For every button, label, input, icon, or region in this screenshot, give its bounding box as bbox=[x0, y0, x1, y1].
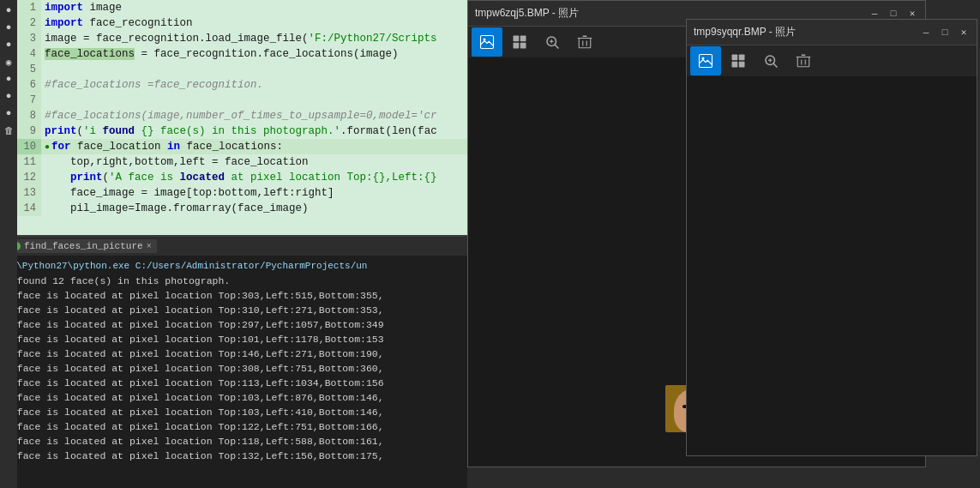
left-sidebar: ● ● ● ◉ ● ● ● 🗑 bbox=[0, 0, 17, 488]
code-line-3: 3 image = face_recognition.load_image_fi… bbox=[17, 31, 467, 46]
sidebar-icon-4[interactable]: ◉ bbox=[2, 55, 15, 69]
console-line-8: A face is located at pixel location Top:… bbox=[17, 390, 462, 405]
window-2-controls: — □ ✕ bbox=[920, 27, 970, 39]
tab-label: find_faces_in_picture bbox=[24, 241, 143, 251]
sidebar-icon-2[interactable]: ● bbox=[2, 21, 15, 34]
console-line-11: A face is located at pixel location Top:… bbox=[17, 434, 462, 449]
svg-rect-2 bbox=[514, 36, 520, 42]
code-line-14: 14 pil_image=Image.fromarray(face_image) bbox=[17, 201, 467, 216]
svg-rect-25 bbox=[797, 57, 809, 67]
svg-rect-18 bbox=[739, 55, 745, 61]
console-line-6: A face is located at pixel location Top:… bbox=[17, 361, 462, 376]
svg-line-7 bbox=[555, 45, 559, 49]
svg-rect-20 bbox=[739, 62, 745, 68]
toolbar-zoom-btn-2[interactable] bbox=[755, 46, 786, 75]
window-1-title: tmpw6zqj5.BMP - 照片 bbox=[475, 6, 579, 21]
window-2-minimize[interactable]: — bbox=[920, 27, 932, 39]
code-line-7: 7 bbox=[17, 93, 467, 108]
console-line-10: A face is located at pixel location Top:… bbox=[17, 419, 462, 434]
sidebar-icon-8[interactable]: 🗑 bbox=[2, 124, 15, 137]
svg-rect-19 bbox=[732, 62, 738, 68]
svg-rect-5 bbox=[520, 43, 526, 49]
image-window-2: tmp9syqqr.BMP - 照片 — □ ✕ bbox=[686, 19, 977, 456]
window-2-title: tmp9syqqr.BMP - 照片 bbox=[694, 25, 796, 39]
code-line-4: 4 face_locations = face_recognition.face… bbox=[17, 46, 467, 62]
toolbar-delete-btn-2[interactable] bbox=[788, 46, 819, 75]
console-path: F:\Python27\python.exe C:/Users/Administ… bbox=[17, 259, 462, 274]
svg-line-22 bbox=[773, 63, 778, 68]
console-line-3: A face is located at pixel location Top:… bbox=[17, 317, 462, 332]
window-2-toolbar bbox=[687, 45, 977, 76]
window-2-titlebar: tmp9syqqr.BMP - 照片 — □ ✕ bbox=[687, 20, 977, 45]
console-line-9: A face is located at pixel location Top:… bbox=[17, 405, 462, 419]
code-panel: 1 import image 2 import face_recognition… bbox=[0, 0, 467, 488]
window-1-minimize[interactable]: — bbox=[869, 8, 881, 20]
toolbar-zoom-btn-1[interactable] bbox=[537, 27, 568, 57]
svg-rect-10 bbox=[579, 39, 591, 48]
console-line-1: A face is located at pixel location Top:… bbox=[17, 288, 462, 303]
toolbar-collection-btn-2[interactable] bbox=[723, 46, 754, 75]
window-1-close[interactable]: ✕ bbox=[906, 8, 918, 20]
console-line-12: A face is located at pixel location Top:… bbox=[17, 449, 462, 463]
sidebar-icon-1[interactable]: ● bbox=[2, 3, 15, 17]
tab-close-btn[interactable]: × bbox=[147, 242, 152, 251]
code-line-1: 1 import image bbox=[17, 0, 467, 15]
console-line-4: A face is located at pixel location Top:… bbox=[17, 332, 462, 346]
code-line-13: 13 face_image = image[top:bottom,left:ri… bbox=[17, 185, 467, 201]
image-viewer-area: tmpw6zqj5.BMP - 照片 — □ ✕ bbox=[467, 0, 980, 488]
console-line-7: A face is located at pixel location Top:… bbox=[17, 376, 462, 390]
code-line-5: 5 bbox=[17, 62, 467, 77]
sidebar-icon-6[interactable]: ● bbox=[2, 89, 15, 103]
toolbar-delete-btn-1[interactable] bbox=[569, 27, 600, 57]
sidebar-icon-5[interactable]: ● bbox=[2, 72, 15, 86]
code-line-10: 10 ●for face_location in face_locations: bbox=[17, 139, 467, 154]
window-2-image-content bbox=[687, 76, 977, 455]
console-tab-bar: find_faces_in_picture × bbox=[17, 237, 467, 256]
toolbar-image-btn-1[interactable] bbox=[472, 27, 502, 57]
code-line-12: 12 print('A face is located at pixel loc… bbox=[17, 170, 467, 185]
toolbar-collection-btn-1[interactable] bbox=[504, 27, 535, 57]
sidebar-icon-3[interactable]: ● bbox=[2, 38, 15, 51]
window-2-maximize[interactable]: □ bbox=[939, 27, 951, 39]
window-2-close[interactable]: ✕ bbox=[958, 27, 970, 39]
console-output: F:\Python27\python.exe C:/Users/Administ… bbox=[17, 256, 467, 488]
console-panel: find_faces_in_picture × F:\Python27\pyth… bbox=[17, 235, 467, 488]
svg-rect-17 bbox=[732, 55, 738, 61]
console-line-5: A face is located at pixel location Top:… bbox=[17, 346, 462, 361]
code-line-9: 9 print('i found {} face(s) in this phot… bbox=[17, 124, 467, 139]
sidebar-icon-7[interactable]: ● bbox=[2, 106, 15, 120]
console-line-0: i found 12 face(s) in this photograph. bbox=[17, 274, 462, 288]
code-line-6: 6 #face_locations =face_recognition. bbox=[17, 77, 467, 93]
tab-run-icon bbox=[17, 242, 21, 250]
window-1-controls: — □ ✕ bbox=[869, 8, 918, 20]
console-line-2: A face is located at pixel location Top:… bbox=[17, 303, 462, 317]
svg-rect-3 bbox=[520, 36, 526, 42]
toolbar-image-btn-2[interactable] bbox=[690, 46, 721, 75]
window-1-maximize[interactable]: □ bbox=[887, 8, 899, 20]
code-line-2: 2 import face_recognition bbox=[17, 15, 467, 31]
code-line-8: 8 #face_locations(image,number_of_times_… bbox=[17, 108, 467, 124]
svg-rect-4 bbox=[514, 43, 520, 49]
code-line-11: 11 top,right,bottom,left = face_location bbox=[17, 154, 467, 170]
console-tab-item[interactable]: find_faces_in_picture × bbox=[17, 239, 157, 253]
